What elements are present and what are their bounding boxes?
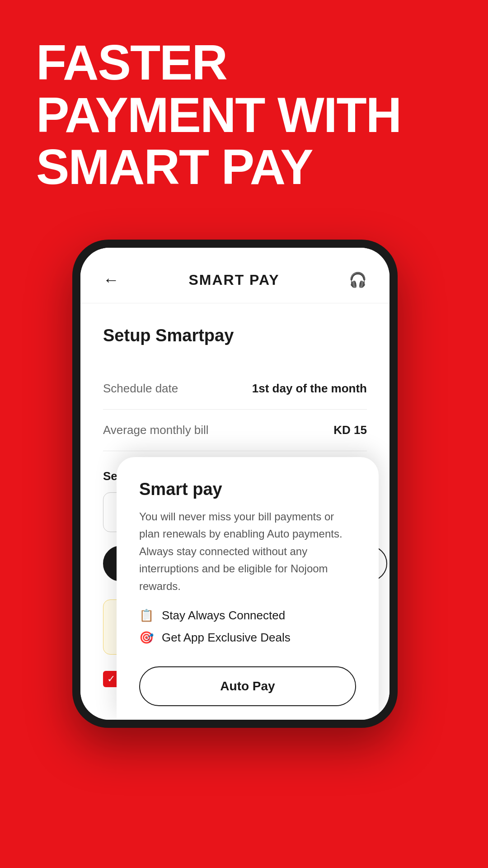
feature-label-2: Get App Exclusive Deals [162, 631, 291, 645]
hero-title: FASTER PAYMENT WITH SMART PAY [36, 36, 452, 193]
back-button[interactable]: ← [103, 270, 119, 289]
phone-outer: ← SMART PAY 🎧 Setup Smartpay Schedule da… [72, 240, 398, 728]
monthly-bill-value: KD 15 [333, 423, 367, 437]
smartpay-card: Smart pay You will never miss your bill … [117, 457, 379, 720]
monthly-bill-row: Average monthly bill KD 15 [103, 410, 367, 451]
phone-container: ← SMART PAY 🎧 Setup Smartpay Schedule da… [72, 240, 465, 769]
checkmark-icon: ✓ [107, 673, 115, 685]
feature-label-1: Stay Always Connected [162, 609, 285, 623]
schedule-row: Schedule date 1st day of the month [103, 368, 367, 410]
monthly-bill-label: Average monthly bill [103, 423, 209, 437]
phone-screen: ← SMART PAY 🎧 Setup Smartpay Schedule da… [80, 248, 389, 720]
schedule-value: 1st day of the month [252, 382, 367, 396]
smartpay-card-description: You will never miss your bill payments o… [139, 508, 356, 595]
section-title: Setup Smartpay [103, 326, 367, 345]
schedule-label: Schedule date [103, 382, 178, 396]
feature-item-1: 📋 Stay Always Connected [139, 609, 356, 623]
app-header: ← SMART PAY 🎧 [80, 248, 389, 303]
smartpay-card-title: Smart pay [139, 480, 356, 499]
support-icon[interactable]: 🎧 [349, 271, 367, 288]
app-header-title: SMART PAY [188, 272, 279, 288]
feature-item-2: 🎯 Get App Exclusive Deals [139, 631, 356, 645]
connected-icon: 📋 [139, 609, 154, 623]
deals-icon: 🎯 [139, 631, 154, 645]
autopay-button[interactable]: Auto Pay [139, 666, 356, 706]
